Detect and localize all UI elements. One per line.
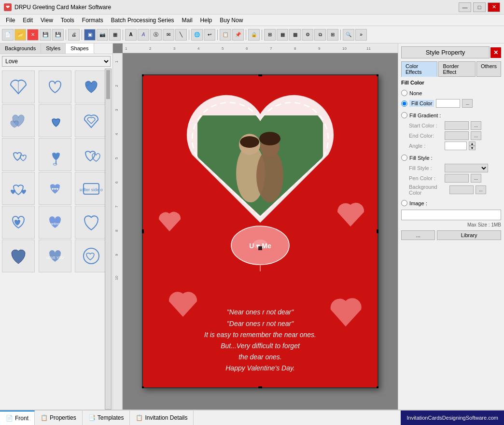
clipart-item[interactable]: writing bbox=[39, 206, 71, 239]
start-color-picker-btn[interactable]: ... bbox=[471, 121, 481, 130]
pen-color-swatch[interactable] bbox=[445, 174, 469, 183]
fill-color-swatch[interactable] bbox=[436, 99, 460, 108]
barcode-button[interactable]: ▦ bbox=[109, 29, 121, 41]
canvas[interactable]: U ♥ Me "Near ones r not dear" "Dear ones… bbox=[123, 53, 398, 410]
settings-button[interactable]: ⚙ bbox=[302, 29, 313, 41]
fill-style-select[interactable] bbox=[445, 164, 488, 172]
menu-formats[interactable]: Formats bbox=[78, 16, 107, 25]
table-button[interactable]: ▦ bbox=[277, 29, 288, 41]
clipart-item[interactable] bbox=[75, 138, 108, 171]
distribute-button[interactable]: ⊞ bbox=[327, 29, 338, 41]
save-button[interactable]: 💾 bbox=[40, 29, 51, 41]
globe-button[interactable]: 🌐 bbox=[191, 29, 203, 41]
tab-properties[interactable]: 📋 Properties bbox=[35, 411, 83, 425]
import-button[interactable]: ▣ bbox=[84, 29, 96, 41]
lock-button[interactable]: 🔒 bbox=[248, 29, 260, 41]
clipart-item[interactable] bbox=[2, 138, 35, 171]
angle-up-btn[interactable]: ▲ bbox=[469, 142, 476, 146]
library-btn[interactable]: Library bbox=[437, 230, 501, 240]
handle-tr[interactable] bbox=[377, 74, 378, 76]
copy-button[interactable]: 📋 bbox=[220, 29, 231, 41]
end-color-picker-btn[interactable]: ... bbox=[471, 131, 481, 140]
email-button[interactable]: ✉ bbox=[163, 29, 174, 41]
clipart-item[interactable] bbox=[2, 71, 35, 103]
paste-button[interactable]: 📌 bbox=[232, 29, 244, 41]
handle-br[interactable] bbox=[377, 386, 378, 388]
menu-view[interactable]: View bbox=[37, 16, 57, 25]
more-button[interactable]: » bbox=[355, 29, 367, 41]
scrollbar[interactable] bbox=[105, 69, 112, 410]
close-button[interactable]: ✕ bbox=[488, 2, 500, 12]
clipart-item[interactable] bbox=[2, 240, 35, 272]
angle-input[interactable]: 0 bbox=[445, 142, 467, 150]
fill-color-radio[interactable] bbox=[401, 100, 407, 107]
print-button[interactable]: 🖨 bbox=[68, 29, 80, 41]
wordart-button[interactable]: A bbox=[138, 29, 149, 41]
handle-mr[interactable] bbox=[377, 229, 378, 233]
menu-help[interactable]: Help bbox=[196, 16, 216, 25]
image-radio[interactable] bbox=[401, 200, 407, 206]
grid-button[interactable]: ⊞ bbox=[264, 29, 276, 41]
line-button[interactable]: ╲ bbox=[175, 29, 187, 41]
handle-bl[interactable] bbox=[142, 386, 144, 388]
scrollbar-thumb[interactable] bbox=[106, 70, 110, 99]
style-property-close[interactable]: ✕ bbox=[490, 47, 501, 58]
image-path-input[interactable] bbox=[401, 210, 501, 220]
fill-gradient-radio[interactable] bbox=[401, 112, 407, 118]
category-select[interactable]: Love Birthday Christmas Easter bbox=[2, 56, 111, 67]
bg-color-swatch[interactable] bbox=[449, 185, 474, 194]
clipart-item[interactable]: ♥♥♥ bbox=[39, 172, 71, 205]
bg-color-picker-btn[interactable]: ... bbox=[476, 185, 486, 194]
clipart-item[interactable] bbox=[75, 71, 108, 103]
clipart-item[interactable] bbox=[2, 104, 35, 137]
clipart-item[interactable]: the softer side of life bbox=[75, 172, 108, 205]
clipart-item[interactable] bbox=[2, 206, 35, 239]
clipart-item[interactable] bbox=[39, 138, 71, 171]
clipart-item[interactable] bbox=[39, 71, 71, 103]
arc-text-button[interactable]: Ⓐ bbox=[150, 29, 162, 41]
handle-tl[interactable] bbox=[142, 74, 144, 76]
clipart-item[interactable] bbox=[39, 104, 71, 137]
new-button[interactable]: 📄 bbox=[2, 29, 14, 41]
start-color-swatch[interactable] bbox=[445, 121, 469, 130]
tab-templates[interactable]: 📑 Templates bbox=[83, 411, 130, 425]
arrow-back-button[interactable]: ↩ bbox=[204, 29, 215, 41]
open-button[interactable]: 📂 bbox=[14, 29, 26, 41]
maximize-button[interactable]: □ bbox=[473, 2, 486, 12]
angle-down-btn[interactable]: ▼ bbox=[469, 146, 476, 150]
category-dropdown[interactable]: Love Birthday Christmas Easter bbox=[2, 56, 111, 67]
arrange-button[interactable]: ⧉ bbox=[314, 29, 326, 41]
tab-backgrounds[interactable]: Backgrounds bbox=[0, 43, 41, 54]
end-color-swatch[interactable] bbox=[445, 131, 469, 140]
camera-button[interactable]: 📷 bbox=[97, 29, 108, 41]
handle-tm[interactable] bbox=[258, 74, 262, 76]
clipart-item[interactable]: LOVE YOU bbox=[39, 240, 71, 272]
tab-front[interactable]: 📄 Front bbox=[0, 411, 35, 425]
browse-btn[interactable]: ... bbox=[401, 230, 435, 240]
handle-ml[interactable] bbox=[142, 229, 144, 233]
menu-edit[interactable]: Edit bbox=[19, 16, 37, 25]
save-as-button[interactable]: 💾 bbox=[52, 29, 64, 41]
menu-file[interactable]: File bbox=[2, 16, 19, 25]
tab-styles[interactable]: Styles bbox=[41, 43, 66, 54]
fill-color-picker-btn[interactable]: ... bbox=[462, 99, 473, 108]
close-doc-button[interactable]: ✕ bbox=[27, 29, 39, 41]
menu-tools[interactable]: Tools bbox=[57, 16, 78, 25]
clipart-item[interactable] bbox=[75, 240, 108, 272]
clipart-item[interactable] bbox=[75, 104, 108, 137]
fill-style-radio[interactable] bbox=[401, 155, 407, 161]
tab-color-effects[interactable]: Color Effects bbox=[401, 61, 437, 77]
clipart-item[interactable] bbox=[75, 206, 108, 239]
tab-others[interactable]: Others bbox=[476, 61, 501, 77]
tab-invitation-details[interactable]: 📋 Invitation Details bbox=[130, 411, 194, 425]
minimize-button[interactable]: — bbox=[459, 2, 471, 12]
none-radio[interactable] bbox=[401, 90, 407, 96]
handle-bm[interactable] bbox=[258, 386, 262, 388]
grid2-button[interactable]: ▩ bbox=[289, 29, 301, 41]
text-button[interactable]: A bbox=[125, 29, 137, 41]
menu-batch[interactable]: Batch Processing Series bbox=[107, 16, 178, 25]
menu-mail[interactable]: Mail bbox=[178, 16, 196, 25]
menu-buynow[interactable]: Buy Now bbox=[216, 16, 247, 25]
pen-color-picker-btn[interactable]: ... bbox=[471, 174, 481, 183]
zoom-button[interactable]: 🔍 bbox=[343, 29, 354, 41]
